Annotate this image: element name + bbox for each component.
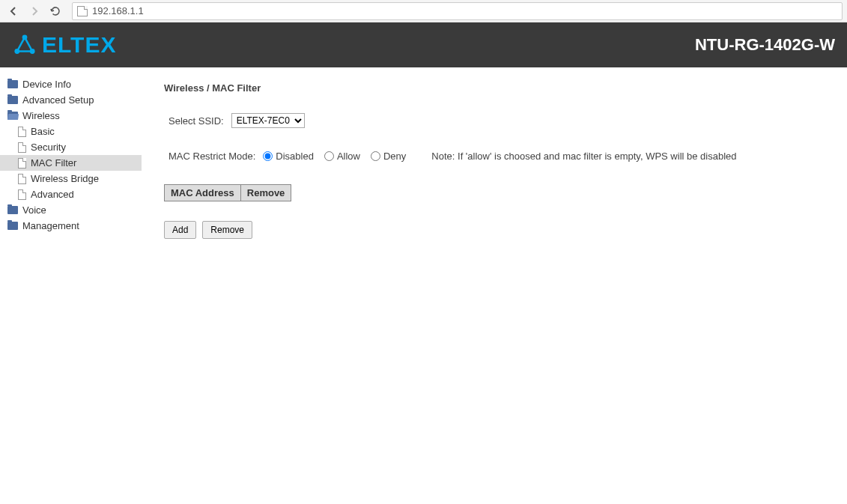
remove-button[interactable]: Remove xyxy=(202,221,252,239)
file-icon xyxy=(18,174,26,184)
logo-icon xyxy=(12,32,37,58)
ssid-row: Select SSID: ELTEX-7EC0 xyxy=(164,113,825,128)
sidebar-item-label: Management xyxy=(22,220,79,231)
ssid-select[interactable]: ELTEX-7EC0 xyxy=(231,113,305,128)
sidebar-item-advanced-setup[interactable]: Advanced Setup xyxy=(0,92,142,108)
radio-deny-label[interactable]: Deny xyxy=(371,151,406,162)
file-icon xyxy=(18,158,26,168)
sidebar-item-mac-filter[interactable]: MAC Filter xyxy=(0,155,142,171)
breadcrumb: Wireless / MAC Filter xyxy=(164,82,825,94)
sidebar-item-device-info[interactable]: Device Info xyxy=(0,76,142,92)
mac-table: MAC Address Remove xyxy=(164,184,291,201)
col-remove: Remove xyxy=(240,185,291,201)
action-buttons: Add Remove xyxy=(164,221,825,239)
radio-allow[interactable] xyxy=(324,151,334,161)
logo-text: ΕLTEX xyxy=(42,32,116,58)
url-text: 192.168.1.1 xyxy=(92,5,144,16)
sidebar-item-basic[interactable]: Basic xyxy=(0,124,142,139)
folder-icon xyxy=(7,80,18,88)
sidebar-item-wireless[interactable]: Wireless xyxy=(0,108,142,124)
sidebar-item-label: MAC Filter xyxy=(31,157,76,168)
sidebar-item-label: Advanced xyxy=(31,189,74,200)
folder-icon xyxy=(7,222,18,230)
restrict-label: MAC Restrict Mode: xyxy=(169,151,255,162)
sidebar-item-label: Security xyxy=(31,142,66,153)
sidebar-item-label: Wireless xyxy=(22,110,60,121)
page-icon xyxy=(77,6,88,16)
file-icon xyxy=(18,189,26,200)
reload-button[interactable] xyxy=(46,2,64,20)
sidebar-item-label: Voice xyxy=(22,204,46,216)
logo: ΕLTEX xyxy=(12,32,116,58)
sidebar-item-management[interactable]: Management xyxy=(0,218,142,234)
model-label: NTU-RG-1402G-W xyxy=(695,35,835,55)
sidebar-item-label: Advanced Setup xyxy=(22,94,94,106)
file-icon xyxy=(18,127,26,137)
sidebar-item-voice[interactable]: Voice xyxy=(0,202,142,218)
restrict-mode-group: Disabled Allow Deny xyxy=(263,151,410,162)
sidebar-item-wireless-bridge[interactable]: Wireless Bridge xyxy=(0,171,142,186)
sidebar-item-label: Basic xyxy=(31,126,55,137)
ssid-label: Select SSID: xyxy=(169,115,224,127)
file-icon xyxy=(18,142,26,153)
radio-deny[interactable] xyxy=(371,151,380,161)
browser-toolbar: 192.168.1.1 xyxy=(0,0,847,22)
radio-text: Allow xyxy=(337,151,360,162)
forward-button[interactable] xyxy=(25,2,43,20)
folder-icon xyxy=(7,96,18,104)
url-bar[interactable]: 192.168.1.1 xyxy=(72,2,843,20)
sidebar-item-label: Wireless Bridge xyxy=(31,173,99,184)
sidebar-item-advanced[interactable]: Advanced xyxy=(0,186,142,202)
folder-open-icon xyxy=(7,112,18,120)
app-header: ΕLTEX NTU-RG-1402G-W xyxy=(0,22,847,67)
sidebar: Device Info Advanced Setup Wireless Basi… xyxy=(0,67,142,504)
sidebar-item-security[interactable]: Security xyxy=(0,139,142,155)
folder-icon xyxy=(7,206,18,214)
main-content: Wireless / MAC Filter Select SSID: ELTEX… xyxy=(142,67,847,504)
restrict-row: MAC Restrict Mode: Disabled Allow Deny N… xyxy=(164,151,825,162)
back-button[interactable] xyxy=(4,2,22,20)
radio-disabled[interactable] xyxy=(263,151,273,161)
radio-text: Disabled xyxy=(276,151,314,162)
radio-disabled-label[interactable]: Disabled xyxy=(263,151,314,162)
restrict-note: Note: If 'allow' is choosed and mac filt… xyxy=(431,151,736,162)
add-button[interactable]: Add xyxy=(164,221,196,239)
radio-text: Deny xyxy=(383,151,406,162)
sidebar-item-label: Device Info xyxy=(22,79,71,90)
radio-allow-label[interactable]: Allow xyxy=(324,151,360,162)
col-mac-address: MAC Address xyxy=(165,185,241,201)
